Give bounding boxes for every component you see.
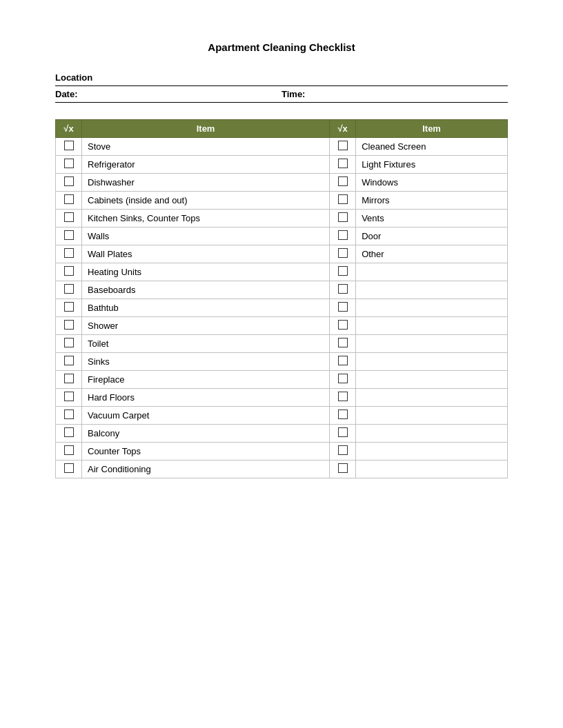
right-check-cell[interactable] [330, 389, 356, 407]
right-checkbox[interactable] [338, 463, 348, 473]
right-check-cell[interactable] [330, 245, 356, 263]
right-check-cell[interactable] [330, 371, 356, 389]
right-check-cell[interactable] [330, 353, 356, 371]
right-checkbox[interactable] [338, 284, 348, 294]
left-check-cell[interactable] [56, 228, 82, 245]
left-check-cell[interactable] [56, 156, 82, 174]
right-check-cell[interactable] [330, 407, 356, 425]
right-checkbox[interactable] [338, 248, 348, 258]
right-check-cell[interactable] [330, 138, 356, 156]
time-cell: Time: [282, 89, 508, 99]
right-item-cell [356, 407, 508, 425]
right-item-cell: Windows [356, 174, 508, 192]
right-item-cell: Mirrors [356, 192, 508, 210]
right-checkbox[interactable] [338, 338, 348, 347]
left-item-cell: Sinks [82, 353, 330, 371]
left-check-cell[interactable] [56, 210, 82, 228]
right-check-cell[interactable] [330, 263, 356, 281]
right-checkbox[interactable] [338, 320, 348, 330]
right-check-cell[interactable] [330, 317, 356, 335]
left-checkbox[interactable] [64, 159, 74, 168]
right-checkbox[interactable] [338, 302, 348, 312]
left-item-cell: Toilet [82, 335, 330, 353]
left-checkbox[interactable] [64, 302, 74, 312]
left-checkbox[interactable] [64, 463, 74, 473]
right-item-cell: Cleaned Screen [356, 138, 508, 156]
right-check-cell[interactable] [330, 299, 356, 317]
right-check-cell[interactable] [330, 156, 356, 174]
left-item-cell: Fireplace [82, 371, 330, 389]
left-item-cell: Dishwasher [82, 174, 330, 192]
left-check-cell[interactable] [56, 443, 82, 461]
left-checkbox[interactable] [64, 320, 74, 330]
right-checkbox[interactable] [338, 230, 348, 240]
left-checkbox[interactable] [64, 356, 74, 365]
table-row: Kitchen Sinks, Counter TopsVents [56, 210, 508, 228]
right-check-cell[interactable] [330, 281, 356, 299]
right-check-cell[interactable] [330, 461, 356, 478]
right-check-cell[interactable] [330, 425, 356, 443]
right-item-cell [356, 317, 508, 335]
left-checkbox[interactable] [64, 194, 74, 204]
left-check-cell[interactable] [56, 245, 82, 263]
left-checkbox[interactable] [64, 374, 74, 383]
right-check-cell[interactable] [330, 443, 356, 461]
table-row: RefrigeratorLight Fixtures [56, 156, 508, 174]
left-item-cell: Counter Tops [82, 443, 330, 461]
right-check-cell[interactable] [330, 192, 356, 210]
left-checkbox[interactable] [64, 212, 74, 222]
left-check-cell[interactable] [56, 138, 82, 156]
left-check-cell[interactable] [56, 335, 82, 353]
left-checkbox[interactable] [64, 230, 74, 240]
left-checkbox[interactable] [64, 338, 74, 347]
right-checkbox[interactable] [338, 374, 348, 383]
left-check-cell[interactable] [56, 299, 82, 317]
right-checkbox[interactable] [338, 212, 348, 222]
left-check-cell[interactable] [56, 407, 82, 425]
left-checkbox[interactable] [64, 248, 74, 258]
right-checkbox[interactable] [338, 159, 348, 168]
left-checkbox[interactable] [64, 176, 74, 186]
left-check-cell[interactable] [56, 281, 82, 299]
sqrt-icon-2: √x [337, 123, 347, 134]
left-check-cell[interactable] [56, 389, 82, 407]
left-checkbox[interactable] [64, 410, 74, 419]
location-label: Location [55, 72, 92, 83]
left-check-cell[interactable] [56, 353, 82, 371]
table-row: Bathtub [56, 299, 508, 317]
left-check-cell[interactable] [56, 425, 82, 443]
table-row: Heating Units [56, 263, 508, 281]
time-label: Time: [282, 89, 305, 99]
left-checkbox[interactable] [64, 141, 74, 150]
right-checkbox[interactable] [338, 445, 348, 455]
right-checkbox[interactable] [338, 266, 348, 276]
left-check-cell[interactable] [56, 192, 82, 210]
right-checkbox[interactable] [338, 141, 348, 150]
date-time-row: Date: Time: [55, 89, 508, 103]
left-check-cell[interactable] [56, 174, 82, 192]
table-row: WallsDoor [56, 228, 508, 245]
right-item-cell [356, 461, 508, 478]
right-check-cell[interactable] [330, 210, 356, 228]
right-checkbox[interactable] [338, 392, 348, 401]
left-checkbox[interactable] [64, 266, 74, 276]
left-checkbox[interactable] [64, 427, 74, 437]
left-item-cell: Shower [82, 317, 330, 335]
left-check-cell[interactable] [56, 317, 82, 335]
left-checkbox[interactable] [64, 392, 74, 401]
right-checkbox[interactable] [338, 194, 348, 204]
right-check-cell[interactable] [330, 228, 356, 245]
left-check-cell[interactable] [56, 263, 82, 281]
left-check-cell[interactable] [56, 461, 82, 478]
right-checkbox[interactable] [338, 410, 348, 419]
left-checkbox[interactable] [64, 445, 74, 455]
right-check-cell[interactable] [330, 335, 356, 353]
table-row: Shower [56, 317, 508, 335]
left-checkbox[interactable] [64, 284, 74, 294]
left-check-cell[interactable] [56, 371, 82, 389]
right-checkbox[interactable] [338, 427, 348, 437]
right-checkbox[interactable] [338, 356, 348, 365]
right-check-cell[interactable] [330, 174, 356, 192]
right-item-cell [356, 353, 508, 371]
right-checkbox[interactable] [338, 176, 348, 186]
